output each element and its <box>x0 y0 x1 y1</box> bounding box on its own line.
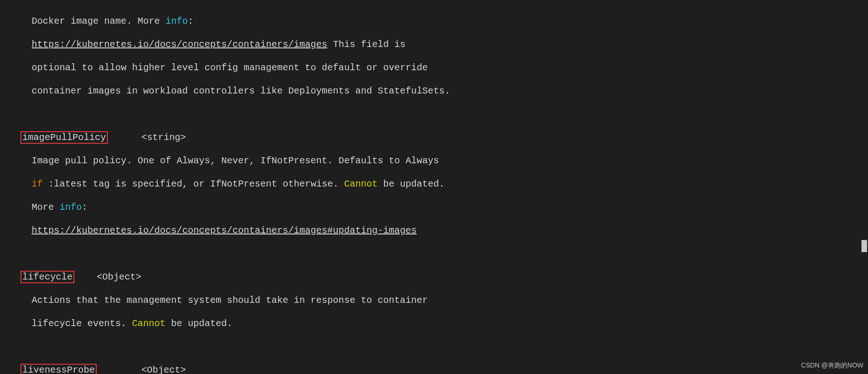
image-desc-4: container images in workload controllers… <box>4 85 866 97</box>
ipp-desc-1: Image pull policy. One of Always, Never,… <box>4 155 866 167</box>
cannot-keyword: Cannot <box>344 179 378 189</box>
blank-2 <box>4 248 866 260</box>
lifecycle-field: lifecycle <Object> <box>4 271 866 283</box>
image-desc-3: optional to allow higher level config ma… <box>4 62 866 73</box>
blank-1 <box>4 108 866 120</box>
scrollbar-thumb[interactable] <box>861 240 867 252</box>
lifecycle-desc-1: Actions that the management system shoul… <box>4 294 866 306</box>
highlight-livenessprobe: livenessProbe <box>20 364 97 374</box>
highlight-imagepullpolicy: imagePullPolicy <box>20 131 108 144</box>
ipp-more: More info: <box>4 201 866 213</box>
info-keyword: info <box>60 202 82 213</box>
image-desc-1: Docker image name. More info: <box>4 15 866 27</box>
watermark: CSDN @奔跑的NOW <box>801 360 863 371</box>
image-link-line: https://kubernetes.io/docs/concepts/cont… <box>4 39 866 50</box>
livenessprobe-field: livenessProbe <Object> <box>4 364 866 374</box>
ipp-desc-2: if :latest tag is specified, or IfNotPre… <box>4 178 866 190</box>
lifecycle-desc-2: lifecycle events. Cannot be updated. <box>4 318 866 329</box>
info-keyword: info <box>166 16 188 27</box>
doc-page: Docker image name. More info: https://ku… <box>0 0 868 374</box>
blank-3 <box>4 341 866 353</box>
highlight-lifecycle: lifecycle <box>20 271 74 283</box>
imagepullpolicy-field: imagePullPolicy <string> <box>4 132 866 143</box>
cannot-keyword: Cannot <box>132 318 166 329</box>
if-keyword: if <box>32 179 43 189</box>
image-doc-link[interactable]: https://kubernetes.io/docs/concepts/cont… <box>32 39 327 50</box>
ipp-link-line: https://kubernetes.io/docs/concepts/cont… <box>4 225 866 236</box>
ipp-doc-link[interactable]: https://kubernetes.io/docs/concepts/cont… <box>32 225 417 236</box>
